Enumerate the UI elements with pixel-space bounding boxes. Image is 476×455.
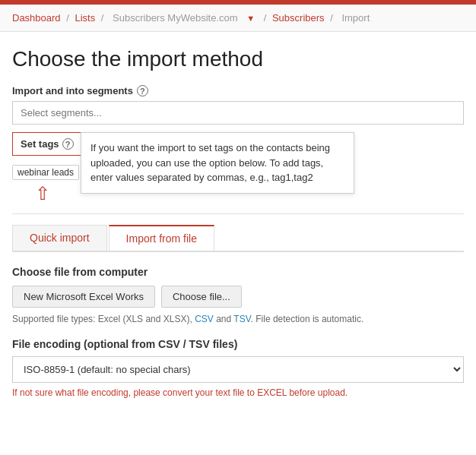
breadcrumb-dashboard[interactable]: Dashboard <box>12 12 61 24</box>
breadcrumb-sep1: / <box>66 12 71 24</box>
page-title: Choose the import method <box>12 47 464 71</box>
breadcrumb-sep3: / <box>264 12 269 24</box>
breadcrumb-sep4: / <box>330 12 335 24</box>
encoding-select[interactable]: ISO-8859-1 (default: no special chars) U… <box>12 356 464 383</box>
dropdown-arrow-icon: ▼ <box>246 14 255 23</box>
arrow-up-icon: ⇧ <box>35 183 50 204</box>
tag-badge: webinar leads <box>12 165 79 180</box>
file-hint-text: Supported file types: Excel (XLS and XLS… <box>12 314 363 324</box>
tooltip-box: If you want the import to set tags on th… <box>81 132 354 194</box>
import-segments-help-icon[interactable]: ? <box>137 85 148 96</box>
tabs-row: Quick import Import from file <box>12 225 464 252</box>
breadcrumb-subscribers[interactable]: Subscribers <box>272 12 325 24</box>
choose-file-title: Choose file from computer <box>12 266 464 278</box>
encoding-hint: If not sure what file encoding, please c… <box>12 387 464 398</box>
breadcrumb-sep2: / <box>101 12 106 24</box>
new-excel-button[interactable]: New Microsoft Excel Works <box>12 286 155 308</box>
tab-import-from-file[interactable]: Import from file <box>109 225 214 251</box>
breadcrumb-import: Import <box>341 12 370 24</box>
encoding-section: File encoding (optional from CSV / TSV f… <box>12 338 464 398</box>
segments-input[interactable] <box>12 101 464 125</box>
file-hint: Supported file types: Excel (XLS and XLS… <box>12 314 464 324</box>
breadcrumb-lists[interactable]: Lists <box>75 12 95 24</box>
set-tags-label: Set tags ? <box>12 132 81 156</box>
tags-row: Set tags ? If you want the import to set… <box>12 132 464 156</box>
breadcrumb-subscribers-mywebsite[interactable]: Subscribers MyWebsite.com ▼ <box>109 12 261 24</box>
main-content: Choose the import method Import and into… <box>0 32 476 410</box>
encoding-label: File encoding (optional from CSV / TSV f… <box>12 338 464 350</box>
import-into-segments-label: Import and into segments ? <box>12 85 464 96</box>
file-buttons: New Microsoft Excel Works Choose file... <box>12 286 464 308</box>
tab-quick-import[interactable]: Quick import <box>12 225 107 251</box>
breadcrumb: Dashboard / Lists / Subscribers MyWebsit… <box>0 5 476 32</box>
set-tags-help-icon[interactable]: ? <box>62 138 74 150</box>
divider <box>12 213 464 214</box>
choose-file-button[interactable]: Choose file... <box>161 286 242 308</box>
